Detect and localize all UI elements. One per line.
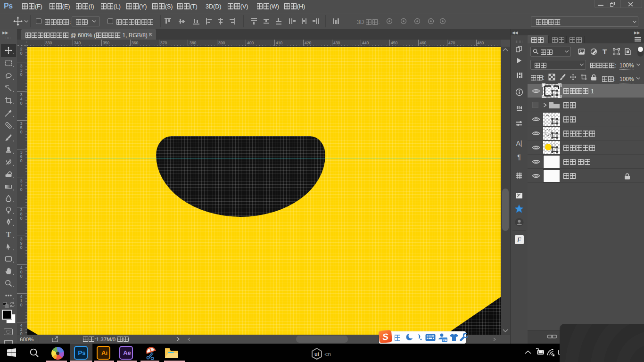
svg-text:ui: ui — [314, 351, 319, 357]
svg-text:A|: A| — [516, 140, 522, 147]
svg-text:24: 24 — [443, 338, 447, 342]
svg-text:T: T — [6, 230, 11, 238]
svg-text:F: F — [517, 237, 521, 244]
svg-text:¶: ¶ — [517, 153, 521, 161]
